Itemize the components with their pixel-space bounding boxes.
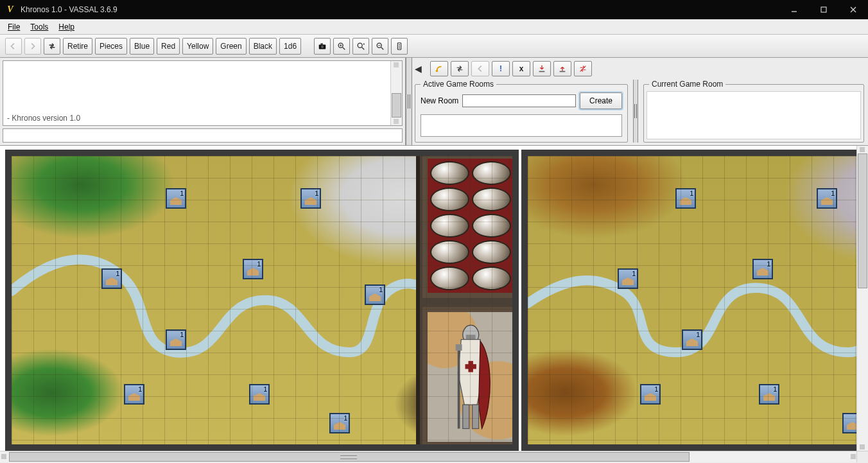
- map-canvas[interactable]: 1 1 1 1 1 1 1 1 1: [0, 146, 856, 451]
- menu-help[interactable]: Help: [53, 21, 80, 33]
- map-vscroll-thumb[interactable]: [858, 153, 867, 288]
- svg-rect-21: [539, 71, 545, 73]
- orb: [430, 188, 469, 211]
- current-room-legend: Current Game Room: [649, 80, 725, 89]
- rooms-area: ◀ ! x Active Game Rooms: [412, 58, 868, 145]
- svg-rect-26: [465, 364, 476, 369]
- svg-line-14: [381, 47, 384, 49]
- yellow-button[interactable]: Yellow: [182, 38, 213, 55]
- map-vertical-scrollbar[interactable]: [856, 146, 868, 451]
- svg-point-20: [436, 70, 438, 73]
- svg-point-19: [399, 47, 400, 48]
- current-room-list[interactable]: [647, 91, 861, 139]
- server-toggle-button[interactable]: [44, 38, 60, 55]
- step-forward-button[interactable]: [24, 38, 41, 55]
- undo-button[interactable]: [5, 38, 22, 55]
- zoom-select-icon[interactable]: [352, 38, 369, 55]
- info-icon[interactable]: !: [492, 61, 510, 76]
- svg-rect-24: [466, 335, 476, 339]
- token-building[interactable]: 1: [752, 259, 773, 279]
- orb: [430, 214, 469, 238]
- active-rooms-box: Active Game Rooms New Room Create: [415, 80, 628, 143]
- token-building[interactable]: 1: [329, 413, 350, 433]
- scroll-corner: [856, 451, 868, 462]
- active-room-list[interactable]: [421, 114, 622, 137]
- maximize-button[interactable]: [809, 0, 838, 19]
- download-icon[interactable]: [533, 61, 551, 76]
- rooms-divider[interactable]: [633, 80, 638, 143]
- black-button[interactable]: Black: [249, 38, 277, 55]
- token-building[interactable]: 1: [166, 329, 186, 350]
- menu-file[interactable]: File: [3, 21, 25, 33]
- pane-divider[interactable]: [406, 58, 412, 145]
- svg-point-5: [321, 45, 324, 48]
- map-horizontal-scrollbar[interactable]: [0, 451, 868, 462]
- log-scrollbar[interactable]: [390, 61, 402, 125]
- token-building[interactable]: 1: [675, 188, 696, 209]
- svg-rect-6: [320, 43, 323, 44]
- token-building[interactable]: 1: [124, 384, 144, 405]
- svg-point-11: [358, 43, 362, 48]
- cancel-sync-icon[interactable]: [574, 61, 592, 76]
- log-pane: - Khronos version 1.0: [0, 58, 406, 145]
- upload-icon[interactable]: [553, 61, 571, 76]
- close-button[interactable]: [838, 0, 868, 19]
- menu-bar: File Tools Help: [0, 19, 868, 35]
- die-1d6-button[interactable]: 1d6: [279, 38, 301, 55]
- blue-button[interactable]: Blue: [130, 38, 154, 55]
- token-building[interactable]: 1: [618, 268, 638, 289]
- log-output: - Khronos version 1.0: [3, 60, 403, 126]
- svg-rect-1: [821, 7, 826, 12]
- pieces-button[interactable]: Pieces: [95, 38, 127, 55]
- svg-rect-30: [472, 405, 478, 428]
- room-prev-icon[interactable]: [471, 61, 489, 76]
- rooms-body: Active Game Rooms New Room Create Curren…: [415, 80, 864, 143]
- token-building[interactable]: 1: [817, 188, 837, 209]
- green-button[interactable]: Green: [216, 38, 246, 55]
- orb: [430, 240, 469, 264]
- active-rooms-legend: Active Game Rooms: [421, 80, 496, 89]
- orb: [472, 240, 511, 264]
- token-building[interactable]: 1: [300, 188, 321, 209]
- chat-input[interactable]: [3, 128, 403, 143]
- svg-rect-22: [560, 71, 566, 73]
- current-room-box: Current Game Room: [643, 80, 864, 143]
- main-toolbar: Retire Pieces Blue Red Yellow Green Blac…: [0, 35, 868, 58]
- token-building[interactable]: 1: [682, 329, 702, 350]
- camera-icon[interactable]: [314, 38, 331, 55]
- knight-illustration: [422, 307, 519, 447]
- menu-tools[interactable]: Tools: [25, 21, 53, 33]
- game-board-era-1[interactable]: 1 1 1 1 1 1 1 1 1: [5, 150, 519, 451]
- room-toolbar: ◀ ! x: [415, 60, 864, 77]
- minimize-button[interactable]: [779, 0, 809, 19]
- token-building[interactable]: 1: [759, 384, 779, 405]
- middle-row: - Khronos version 1.0 ◀ ! x: [0, 58, 868, 145]
- overview-icon[interactable]: [391, 38, 408, 55]
- chevron-left-icon[interactable]: ◀: [415, 64, 428, 74]
- log-line: - Khronos version 1.0: [7, 114, 386, 123]
- token-building[interactable]: 1: [243, 259, 263, 279]
- token-building[interactable]: 1: [249, 384, 270, 405]
- token-building[interactable]: 1: [640, 384, 661, 405]
- game-board-era-2[interactable]: 1 1 1 1 1 1 1 1: [521, 150, 856, 451]
- retire-button[interactable]: Retire: [63, 38, 92, 55]
- token-building[interactable]: 1: [101, 268, 122, 289]
- svg-point-18: [399, 46, 400, 47]
- new-room-input[interactable]: [462, 94, 576, 107]
- red-button[interactable]: Red: [157, 38, 180, 55]
- log-scroll-thumb[interactable]: [392, 93, 401, 118]
- orb-panel: [422, 153, 519, 298]
- connect-icon[interactable]: [430, 61, 448, 76]
- app-icon: V: [5, 4, 15, 15]
- score-track-panel: [416, 150, 519, 451]
- orb: [472, 188, 511, 211]
- delete-icon[interactable]: x: [512, 61, 530, 76]
- token-building[interactable]: 1: [842, 413, 856, 433]
- sync-icon[interactable]: [451, 61, 469, 76]
- orb: [430, 161, 469, 185]
- zoom-out-icon[interactable]: [372, 38, 388, 55]
- create-room-button[interactable]: Create: [580, 92, 622, 109]
- token-building[interactable]: 1: [365, 284, 385, 305]
- token-building[interactable]: 1: [166, 188, 186, 209]
- zoom-in-icon[interactable]: [333, 38, 350, 55]
